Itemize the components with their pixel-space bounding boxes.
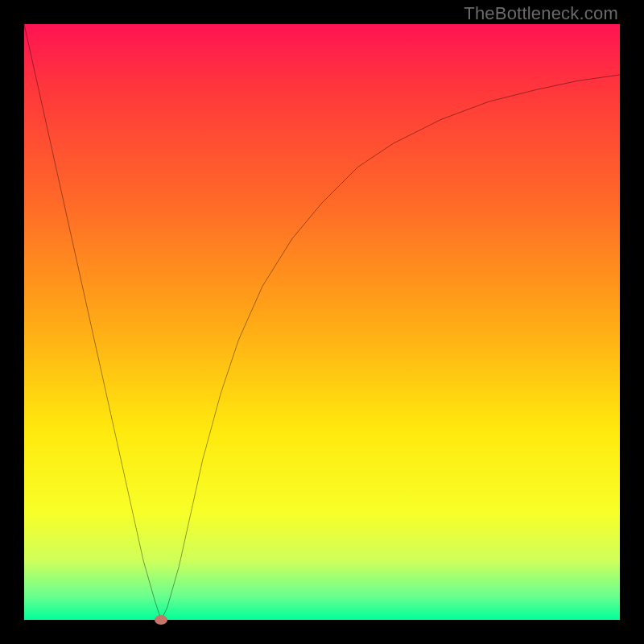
chart-frame: TheBottleneck.com <box>0 0 644 644</box>
minimum-marker <box>155 615 167 625</box>
watermark-text: TheBottleneck.com <box>464 3 618 24</box>
plot-area <box>24 24 620 620</box>
bottleneck-curve <box>24 24 620 620</box>
